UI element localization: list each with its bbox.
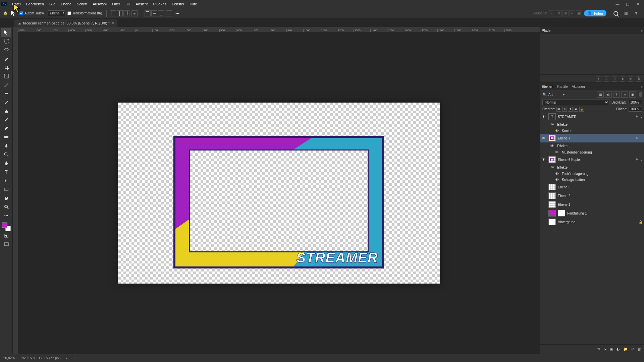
menu-filter[interactable]: Filter	[109, 0, 123, 8]
visibility-toggle[interactable]: 👁	[555, 150, 560, 154]
align-bottom-icon[interactable]: ▁	[158, 10, 164, 16]
filter-smart-icon[interactable]: ▣	[629, 92, 636, 98]
layer-thumbnail[interactable]	[548, 156, 556, 163]
layer-row[interactable]: 👁Ebene 2	[540, 191, 644, 200]
crop-tool[interactable]	[1, 63, 11, 72]
menu-plug-ins[interactable]: Plug-ins	[150, 0, 169, 8]
magic-wand-tool[interactable]	[1, 54, 11, 63]
foreground-color[interactable]	[2, 223, 7, 228]
layer-name-label[interactable]: Ebene 7	[558, 136, 634, 140]
layer-row[interactable]: 👁Farbfüllung 1	[540, 209, 644, 218]
layer-row[interactable]: 👁Schlagschatten	[540, 177, 644, 183]
transform-controls-checkbox[interactable]: Transformationsstrg.	[67, 11, 103, 15]
expand-fx-icon[interactable]: ⌄	[640, 115, 643, 118]
layer-row[interactable]: 👁Kontur	[540, 128, 644, 134]
visibility-toggle[interactable]: 👁	[542, 136, 546, 140]
align-hcenter-icon[interactable]: │	[117, 10, 123, 16]
auto-select-target-dropdown[interactable]: Ebene	[48, 10, 65, 16]
menu-auswahl[interactable]: Auswahl	[90, 0, 109, 8]
layer-thumbnail[interactable]	[548, 192, 556, 199]
scroll-left-icon[interactable]: ‹	[74, 356, 75, 360]
visibility-toggle[interactable]: 👁	[555, 178, 560, 182]
visibility-toggle[interactable]: 👁	[550, 144, 555, 148]
lock-artboard-icon[interactable]: ▣	[574, 107, 578, 112]
expand-fx-icon[interactable]: ⌄	[640, 158, 643, 161]
eyedropper-tool[interactable]	[1, 80, 11, 89]
panel-tab-ebenen[interactable]: Ebenen	[542, 85, 553, 88]
layer-thumbnail[interactable]	[548, 219, 556, 225]
ruler-origin[interactable]	[13, 27, 18, 32]
pen-tool[interactable]	[1, 159, 11, 168]
edit-toolbar-icon[interactable]: •••	[1, 211, 11, 220]
align-right-icon[interactable]: ▕	[123, 10, 129, 16]
lock-pixels-icon[interactable]: ✎	[562, 107, 567, 112]
expand-fx-icon[interactable]: ⌄	[640, 137, 643, 140]
window-minimize[interactable]: —	[612, 1, 623, 7]
adjustment-layer-icon[interactable]: ◐	[616, 347, 620, 351]
layer-name-label[interactable]: Ebene 2	[558, 194, 643, 198]
window-close[interactable]: ✕	[633, 1, 643, 7]
menu-bild[interactable]: Bild	[47, 0, 58, 8]
workspace-icon[interactable]: ▥	[623, 10, 629, 17]
visibility-toggle[interactable]: 👁	[555, 129, 560, 133]
doc-info-arrow-icon[interactable]: ›	[66, 356, 67, 360]
vertical-ruler[interactable]	[13, 32, 18, 354]
layer-thumbnail[interactable]	[548, 210, 556, 217]
menu-ansicht[interactable]: Ansicht	[133, 0, 150, 8]
lock-transparency-icon[interactable]: ▦	[556, 107, 561, 112]
menu-3d[interactable]: 3D	[123, 0, 133, 8]
link-layers-icon[interactable]: ⟲	[597, 347, 600, 351]
layer-name-label[interactable]: Farbfüllung 1	[567, 212, 643, 215]
layer-thumbnail[interactable]: T	[548, 113, 556, 120]
filter-shape-icon[interactable]: ▱	[621, 92, 628, 98]
home-icon[interactable]: 🏠	[2, 10, 9, 17]
search-icon[interactable]	[612, 10, 619, 17]
layer-row[interactable]: 👁Effekte	[540, 142, 644, 149]
layer-mask-icon[interactable]: ▣	[610, 347, 613, 351]
healing-brush-tool[interactable]	[1, 89, 11, 98]
menu-fenster[interactable]: Fenster	[169, 0, 187, 8]
zoom-level[interactable]: 50,82%	[3, 356, 15, 360]
lock-all-icon[interactable]: 🔒	[579, 107, 584, 112]
path-stroke-icon[interactable]: ○	[604, 76, 609, 81]
lock-position-icon[interactable]: ✥	[568, 107, 573, 112]
move-tool[interactable]	[1, 28, 11, 37]
filter-type-icon[interactable]: T	[613, 92, 620, 98]
layer-row[interactable]: 👁Ebene 1	[540, 200, 644, 209]
panel-tab-kanäle[interactable]: Kanäle	[557, 85, 568, 88]
filter-toggle[interactable]	[639, 92, 642, 97]
distribute-icon[interactable]: ≡	[131, 10, 138, 16]
opacity-input[interactable]	[629, 100, 642, 105]
auto-select-checkbox[interactable]: Autom. ausw.:	[19, 11, 46, 15]
layer-list[interactable]: 👁TSTREAMERfx⌄👁Effekte👁Kontur👁Ebene 7fx⌄👁…	[540, 112, 644, 344]
zoom-tool[interactable]	[1, 202, 11, 211]
layer-row[interactable]: 👁Ebene 3	[540, 183, 644, 191]
layer-row[interactable]: 👁Ebene 6 Kopiefx⌄	[540, 155, 644, 164]
menu-ebene[interactable]: Ebene	[58, 0, 74, 8]
panel-menu-icon[interactable]: ≡	[641, 85, 643, 88]
window-maximize[interactable]: ▢	[623, 1, 633, 7]
new-layer-icon[interactable]: ⊕	[631, 347, 634, 351]
color-swatch[interactable]	[2, 223, 11, 231]
fx-indicator[interactable]: fx	[636, 115, 638, 118]
eraser-tool[interactable]	[1, 124, 11, 133]
artboard[interactable]: STREAMER	[118, 103, 440, 284]
quickmask-tool[interactable]	[1, 231, 11, 240]
path-mask-icon[interactable]: ◆	[620, 76, 625, 81]
new-path-icon[interactable]: ⊕	[628, 76, 633, 81]
layer-name-label[interactable]: Ebene 6 Kopie	[558, 158, 634, 162]
panel-tab-aktionen[interactable]: Aktionen	[572, 85, 585, 88]
visibility-toggle[interactable]: 👁	[555, 172, 560, 176]
layer-row[interactable]: 👁Effekte	[540, 121, 644, 128]
align-top-icon[interactable]: ▔	[145, 10, 151, 16]
delete-layer-icon[interactable]: 🗑	[638, 347, 641, 351]
fx-indicator[interactable]: fx	[636, 136, 638, 140]
clone-stamp-tool[interactable]	[1, 107, 11, 115]
blend-mode-select[interactable]: Normal	[542, 100, 609, 105]
visibility-toggle[interactable]: 👁	[542, 158, 546, 162]
layer-name-label[interactable]: STREAMER	[558, 115, 634, 119]
menu-schrift[interactable]: Schrift	[74, 0, 90, 8]
brush-tool[interactable]	[1, 98, 11, 107]
frame-tool[interactable]	[1, 72, 11, 80]
hand-tool[interactable]	[1, 194, 11, 202]
